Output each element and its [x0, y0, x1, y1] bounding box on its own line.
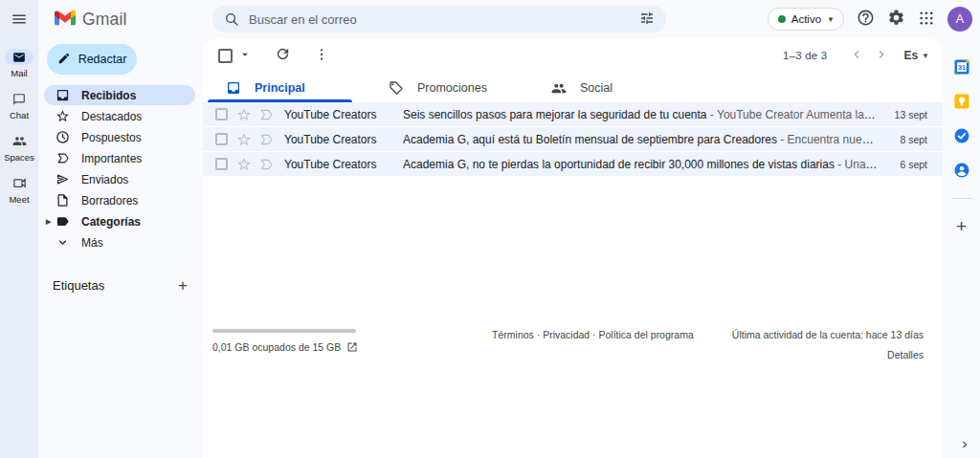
google-apps-button[interactable] — [918, 10, 935, 30]
gmail-m-icon — [55, 10, 76, 30]
rail-label-chat: Chat — [10, 110, 29, 120]
refresh-button[interactable] — [275, 46, 291, 65]
star-icon[interactable] — [236, 132, 252, 147]
get-addons-button[interactable]: + — [956, 216, 967, 237]
calendar-panel-button[interactable]: 31 — [952, 58, 971, 77]
sidebar-item-label: Destacados — [81, 110, 142, 123]
newer-page-button[interactable] — [844, 43, 869, 68]
sidebar-item-more[interactable]: Más — [44, 232, 195, 252]
gmail-logo: Gmail — [38, 0, 203, 38]
gear-icon — [887, 9, 905, 30]
sidebar-item-inbox[interactable]: Recibidos — [44, 85, 195, 105]
email-snippet: - YouTube Creator Aumenta la seguridad d… — [710, 108, 878, 121]
help-button[interactable] — [857, 9, 875, 30]
star-icon[interactable] — [236, 157, 252, 172]
star-icon[interactable] — [236, 107, 252, 122]
calendar-icon: 31 — [953, 58, 970, 78]
status-active-dot-icon — [778, 15, 786, 23]
rail-label-mail: Mail — [11, 68, 27, 78]
folder-nav: Recibidos Destacados Pospuestos Importan… — [38, 85, 203, 253]
rail-item-mail[interactable]: Mail — [0, 49, 38, 78]
chevron-right-icon — [874, 47, 889, 65]
external-link-icon[interactable] — [346, 341, 358, 353]
tasks-icon — [953, 127, 970, 147]
legal-links-text[interactable]: Términos · Privacidad · Política del pro… — [492, 329, 694, 340]
email-row[interactable]: YouTube Creators Seis sencillos pasos pa… — [203, 102, 943, 127]
header-actions: Activo ▼ — [768, 7, 974, 32]
legal-links[interactable]: Términos · Privacidad · Política del pro… — [454, 325, 732, 360]
row-checkbox[interactable] — [215, 133, 228, 145]
email-row[interactable]: YouTube Creators Academia G, aquí está t… — [203, 127, 943, 152]
sidebar-item-important[interactable]: Importantes — [44, 148, 195, 168]
message-list-card: 1–3 de 3 Es — [203, 38, 943, 458]
chat-icon — [5, 91, 33, 107]
search-bar[interactable] — [212, 6, 666, 33]
email-date: 13 sept — [878, 109, 927, 120]
star-icon — [56, 109, 70, 123]
email-subject-line: Seis sencillos pasos para mejorar la seg… — [403, 108, 878, 121]
status-label: Activo — [791, 13, 821, 25]
rail-item-spaces[interactable]: Spaces — [0, 133, 38, 163]
sidebar-item-label: Recibidos — [81, 89, 136, 102]
app-title: Gmail — [82, 10, 127, 30]
tab-label: Social — [580, 81, 612, 95]
select-all-checkbox[interactable] — [218, 49, 233, 63]
search-filters-button[interactable] — [639, 11, 655, 29]
older-page-button[interactable] — [869, 43, 894, 68]
sidebar-item-starred[interactable]: Destacados — [44, 106, 195, 126]
sidebar-item-sent[interactable]: Enviados — [44, 169, 195, 189]
tasks-panel-button[interactable] — [952, 127, 971, 146]
row-checkbox[interactable] — [215, 158, 228, 170]
create-label-button[interactable]: + — [178, 277, 188, 294]
importance-marker-icon[interactable] — [258, 157, 274, 172]
sidebar-item-drafts[interactable]: Borradores — [44, 190, 195, 210]
expand-caret-icon[interactable]: ▶ — [46, 218, 51, 226]
sidebar-item-snoozed[interactable]: Pospuestos — [44, 127, 195, 147]
inbox-tabs: Principal Promociones Social — [203, 73, 943, 102]
sidebar-item-categories[interactable]: ▶ Categorías — [44, 211, 195, 231]
tag-icon — [389, 80, 404, 96]
rail-item-chat[interactable]: Chat — [0, 91, 38, 120]
hide-side-panel-button[interactable] — [958, 438, 971, 454]
account-avatar[interactable]: A — [947, 7, 972, 32]
contacts-panel-button[interactable] — [952, 162, 971, 181]
search-input[interactable] — [249, 12, 630, 27]
select-dropdown-button[interactable] — [238, 48, 252, 64]
rail-item-meet[interactable]: Meet — [0, 175, 38, 205]
settings-button[interactable] — [887, 9, 905, 30]
row-checkbox[interactable] — [215, 108, 228, 120]
more-options-button[interactable] — [314, 47, 329, 65]
send-icon — [56, 172, 70, 186]
main-menu-button[interactable] — [7, 8, 32, 33]
tab-label: Principal — [255, 81, 305, 95]
details-link[interactable]: Detalles — [732, 349, 924, 360]
sidebar-item-label: Enviados — [81, 173, 128, 186]
chevron-left-icon — [849, 47, 864, 65]
status-selector[interactable]: Activo ▼ — [768, 8, 844, 31]
apps-grid-icon — [918, 10, 935, 30]
tab-promotions[interactable]: Promociones — [366, 73, 528, 102]
rail-label-meet: Meet — [9, 194, 29, 205]
compose-button[interactable]: Redactar — [47, 44, 137, 75]
keep-panel-button[interactable] — [952, 93, 971, 112]
tab-primary[interactable]: Principal — [203, 73, 366, 102]
draft-icon — [56, 193, 70, 207]
labels-title: Etiquetas — [53, 278, 104, 293]
inbox-tab-icon — [226, 80, 241, 96]
storage-progress-bar — [212, 329, 356, 333]
email-snippet: - Encuentra nuevas fuentes de inspirac..… — [780, 133, 878, 146]
tab-social[interactable]: Social — [528, 73, 691, 102]
search-icon[interactable] — [224, 11, 239, 27]
more-vert-icon — [314, 47, 329, 65]
chevron-down-icon — [56, 235, 70, 250]
content-area: 1–3 de 3 Es — [203, 38, 980, 458]
email-row[interactable]: YouTube Creators Academia G, no te pierd… — [203, 152, 943, 177]
caret-down-icon — [238, 48, 252, 64]
mail-icon — [5, 49, 33, 65]
panel-divider — [951, 198, 972, 199]
input-language-button[interactable]: Es ▼ — [903, 49, 929, 62]
importance-marker-icon[interactable] — [258, 107, 274, 122]
importance-marker-icon[interactable] — [258, 132, 274, 147]
avatar-letter: A — [956, 12, 964, 26]
list-footer: 0,01 GB ocupados de 15 GB Términos · Pri… — [203, 325, 943, 360]
